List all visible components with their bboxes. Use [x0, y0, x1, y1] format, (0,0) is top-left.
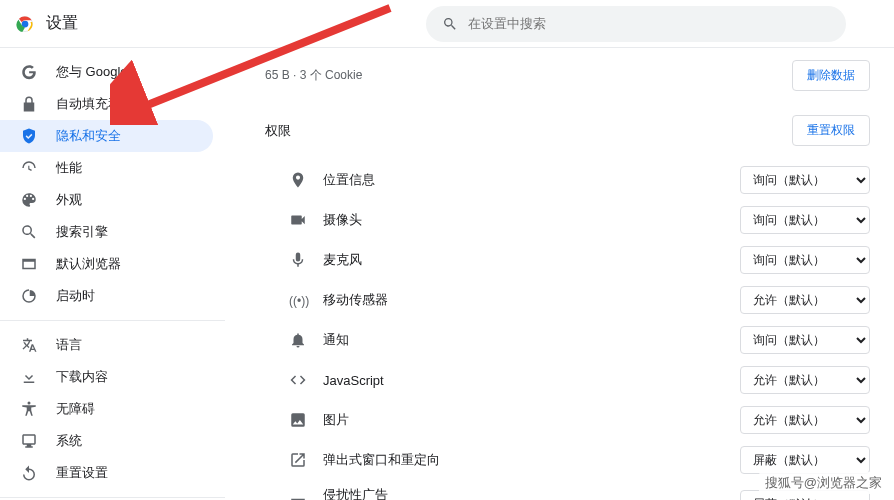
permission-label: 摄像头 — [323, 211, 724, 229]
permission-select-popup[interactable]: 屏蔽（默认） — [740, 446, 870, 474]
sidebar-item-autofill[interactable]: 自动填充和密码 — [0, 88, 213, 120]
camera-icon — [289, 211, 307, 229]
sidebar-item-label: 搜索引擎 — [56, 223, 108, 241]
search-icon — [442, 16, 458, 32]
sidebar-item-label: 无障碍 — [56, 400, 95, 418]
permission-select-mic[interactable]: 询问（默认） — [740, 246, 870, 274]
google-icon — [20, 63, 38, 81]
sidebar-item-shield[interactable]: 隐私和安全 — [0, 120, 213, 152]
shield-icon — [20, 127, 38, 145]
sidebar-item-google[interactable]: 您与 Google — [0, 56, 213, 88]
popup-icon — [289, 451, 307, 469]
system-icon — [20, 432, 38, 450]
permission-label: 通知 — [323, 331, 724, 349]
permission-row-camera: 摄像头询问（默认） — [265, 200, 870, 240]
startup-icon — [20, 287, 38, 305]
sidebar-item-browser[interactable]: 默认浏览器 — [0, 248, 213, 280]
sidebar-item-label: 隐私和安全 — [56, 127, 121, 145]
sidebar-item-label: 重置设置 — [56, 464, 108, 482]
ads-icon — [289, 495, 307, 501]
search-input[interactable] — [468, 16, 830, 31]
download-icon — [20, 368, 38, 386]
sidebar-item-label: 语言 — [56, 336, 82, 354]
watermark: 搜狐号@浏览器之家 — [759, 472, 888, 494]
sidebar-item-lang[interactable]: 语言 — [0, 329, 213, 361]
permission-row-bell: 通知询问（默认） — [265, 320, 870, 360]
search-icon — [20, 223, 38, 241]
lang-icon — [20, 336, 38, 354]
permission-select-bell[interactable]: 询问（默认） — [740, 326, 870, 354]
browser-icon — [20, 255, 38, 273]
sidebar: 您与 Google自动填充和密码隐私和安全性能外观搜索引擎默认浏览器启动时语言下… — [0, 48, 225, 500]
autofill-icon — [20, 95, 38, 113]
sidebar-item-label: 您与 Google — [56, 63, 128, 81]
permission-label: 图片 — [323, 411, 724, 429]
mic-icon — [289, 251, 307, 269]
chrome-logo-icon — [16, 15, 34, 33]
sidebar-item-label: 自动填充和密码 — [56, 95, 147, 113]
sidebar-item-label: 启动时 — [56, 287, 95, 305]
permission-label: 移动传感器 — [323, 291, 724, 309]
motion-icon: ((•)) — [289, 291, 307, 309]
permission-select-code[interactable]: 允许（默认） — [740, 366, 870, 394]
permission-label: 侵扰性广告 — [323, 486, 724, 500]
sidebar-item-startup[interactable]: 启动时 — [0, 280, 213, 312]
sidebar-item-label: 系统 — [56, 432, 82, 450]
storage-text: 65 B · 3 个 Cookie — [265, 67, 362, 84]
sidebar-item-search[interactable]: 搜索引擎 — [0, 216, 213, 248]
bell-icon — [289, 331, 307, 349]
permission-label: 麦克风 — [323, 251, 724, 269]
permission-label: 弹出式窗口和重定向 — [323, 451, 724, 469]
sidebar-item-reset[interactable]: 重置设置 — [0, 457, 213, 489]
permission-select-image[interactable]: 允许（默认） — [740, 406, 870, 434]
sidebar-item-label: 下载内容 — [56, 368, 108, 386]
sidebar-item-appearance[interactable]: 外观 — [0, 184, 213, 216]
search-box[interactable] — [426, 6, 846, 42]
sidebar-item-system[interactable]: 系统 — [0, 425, 213, 457]
permission-label: JavaScript — [323, 373, 724, 388]
permission-select-motion[interactable]: 允许（默认） — [740, 286, 870, 314]
sidebar-item-label: 外观 — [56, 191, 82, 209]
code-icon — [289, 371, 307, 389]
permission-row-image: 图片允许（默认） — [265, 400, 870, 440]
sidebar-item-label: 性能 — [56, 159, 82, 177]
sidebar-item-download[interactable]: 下载内容 — [0, 361, 213, 393]
page-title: 设置 — [46, 13, 78, 34]
sidebar-item-a11y[interactable]: 无障碍 — [0, 393, 213, 425]
main-content: 65 B · 3 个 Cookie 删除数据 权限 重置权限 位置信息询问（默认… — [225, 48, 894, 500]
reset-permissions-button[interactable]: 重置权限 — [792, 115, 870, 146]
sidebar-item-perf[interactable]: 性能 — [0, 152, 213, 184]
perf-icon — [20, 159, 38, 177]
permission-select-location[interactable]: 询问（默认） — [740, 166, 870, 194]
appearance-icon — [20, 191, 38, 209]
permission-label: 位置信息 — [323, 171, 724, 189]
permission-row-mic: 麦克风询问（默认） — [265, 240, 870, 280]
reset-icon — [20, 464, 38, 482]
sidebar-item-label: 默认浏览器 — [56, 255, 121, 273]
location-icon — [289, 171, 307, 189]
image-icon — [289, 411, 307, 429]
a11y-icon — [20, 400, 38, 418]
permission-row-motion: ((•))移动传感器允许（默认） — [265, 280, 870, 320]
permission-select-camera[interactable]: 询问（默认） — [740, 206, 870, 234]
permission-row-code: JavaScript允许（默认） — [265, 360, 870, 400]
delete-data-button[interactable]: 删除数据 — [792, 60, 870, 91]
permissions-heading: 权限 — [265, 122, 291, 140]
permission-row-location: 位置信息询问（默认） — [265, 160, 870, 200]
